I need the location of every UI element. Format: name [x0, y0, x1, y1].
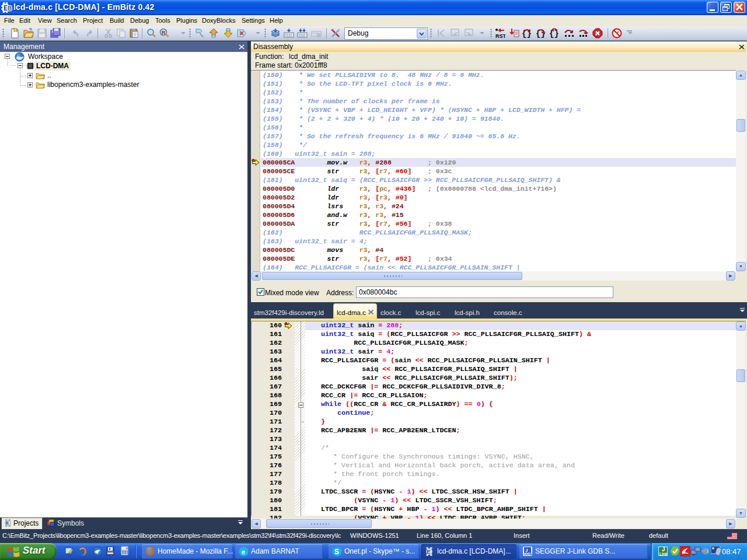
- svg-text:E: E: [427, 549, 430, 555]
- svg-text:{}: {}: [549, 29, 559, 38]
- svg-text:B: B: [8, 5, 12, 12]
- svg-text:{}: {}: [536, 29, 546, 38]
- svg-text:S: S: [334, 548, 339, 556]
- svg-text:E: E: [6, 520, 9, 526]
- svg-text:RST: RST: [495, 33, 505, 38]
- svg-text:e: e: [242, 548, 245, 555]
- svg-text:R: R: [162, 30, 166, 36]
- svg-text:GDB: GDB: [523, 552, 532, 556]
